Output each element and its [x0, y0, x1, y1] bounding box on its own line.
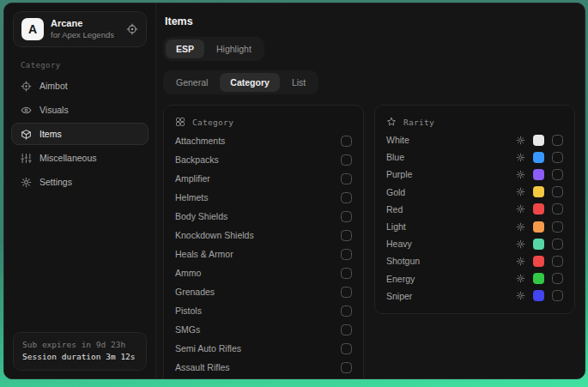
checkbox[interactable] — [552, 290, 563, 301]
toggle-highlight[interactable]: Highlight — [206, 39, 262, 58]
rarity-label: Light — [386, 221, 406, 232]
gear-icon[interactable] — [516, 274, 525, 283]
rarity-controls — [516, 290, 563, 301]
app-window: A Arcane for Apex Legends Category Aimbo… — [3, 3, 585, 379]
color-swatch[interactable] — [533, 256, 544, 267]
category-label: Ammo — [175, 268, 201, 278]
rarity-row: Heavy — [386, 235, 563, 252]
rarity-panel-title: Rarity — [403, 118, 434, 127]
checkbox[interactable] — [552, 135, 563, 146]
rarity-label: Energy — [386, 274, 415, 284]
checkbox[interactable] — [341, 343, 352, 354]
checkbox[interactable] — [341, 173, 352, 184]
category-row: Pistols — [175, 301, 352, 320]
session-card: Sub expires in 9d 23h Session duration 3… — [13, 332, 147, 371]
checkbox[interactable] — [552, 152, 563, 163]
checkbox[interactable] — [552, 186, 563, 197]
checkbox[interactable] — [341, 136, 352, 147]
checkbox[interactable] — [341, 230, 352, 241]
gear-icon[interactable] — [516, 257, 525, 266]
rarity-label: Sniper — [386, 291, 412, 301]
rarity-row: Blue — [386, 148, 563, 166]
tab-list[interactable]: List — [282, 73, 316, 92]
color-swatch[interactable] — [533, 152, 544, 163]
sidebar-item-label: Items — [39, 129, 62, 139]
rarity-label: White — [386, 135, 409, 145]
category-row: Ammo — [175, 263, 352, 282]
rarity-row: Gold — [386, 184, 563, 201]
tab-general[interactable]: General — [166, 73, 218, 92]
toggle-esp[interactable]: ESP — [166, 39, 204, 58]
checkbox[interactable] — [552, 239, 563, 250]
color-swatch[interactable] — [533, 169, 544, 180]
color-swatch[interactable] — [533, 221, 544, 233]
checkbox[interactable] — [552, 221, 563, 233]
category-label: Semi Auto Rifles — [175, 343, 241, 354]
color-swatch[interactable] — [533, 186, 544, 197]
sidebar-item-visuals[interactable]: Visuals — [11, 99, 149, 121]
category-row: Amplifier — [175, 169, 352, 188]
category-row: Helmets — [175, 188, 352, 207]
category-label: Knockdown Shields — [175, 230, 254, 240]
rarity-controls — [516, 169, 563, 180]
rarity-list: White Blue Purple Gold Red — [386, 131, 563, 305]
app-title-block: Arcane for Apex Legends — [51, 18, 114, 40]
crosshair-icon[interactable] — [126, 23, 138, 35]
gear-icon[interactable] — [516, 204, 525, 214]
checkbox[interactable] — [341, 305, 352, 317]
sidebar-item-items[interactable]: Items — [11, 123, 149, 145]
sidebar-item-aimbot[interactable]: Aimbot — [11, 75, 149, 97]
checkbox[interactable] — [552, 256, 563, 267]
checkbox[interactable] — [552, 203, 563, 215]
checkbox[interactable] — [341, 287, 352, 298]
color-swatch[interactable] — [533, 203, 544, 215]
checkbox[interactable] — [552, 169, 563, 180]
rarity-row: Light — [386, 218, 563, 235]
gear-icon[interactable] — [516, 170, 525, 179]
category-label: Backpacks — [175, 154, 219, 165]
gear-icon[interactable] — [516, 222, 525, 232]
crosshair-icon — [21, 81, 32, 92]
gear-icon[interactable] — [516, 136, 525, 145]
category-row: SMGs — [175, 320, 352, 339]
color-swatch[interactable] — [533, 239, 544, 250]
box-icon — [21, 129, 32, 140]
checkbox[interactable] — [341, 192, 352, 203]
checkbox[interactable] — [341, 362, 352, 373]
session-duration-text: Session duration 3m 12s — [22, 351, 137, 364]
sidebar-item-settings[interactable]: Settings — [11, 171, 149, 193]
sidebar: A Arcane for Apex Legends Category Aimbo… — [4, 3, 156, 378]
sidebar-item-miscellaneous[interactable]: Miscellaneous — [11, 147, 149, 169]
rarity-controls — [516, 186, 563, 197]
sliders-icon — [21, 153, 32, 164]
category-row: Body Shields — [175, 207, 352, 226]
rarity-row: Energy — [386, 270, 563, 287]
checkbox[interactable] — [341, 249, 352, 260]
category-label: Body Shields — [175, 211, 227, 221]
color-swatch[interactable] — [533, 273, 544, 284]
category-label: Assault Rifles — [175, 362, 230, 372]
gear-icon[interactable] — [516, 291, 525, 300]
checkbox[interactable] — [552, 273, 563, 284]
rarity-controls — [516, 273, 563, 284]
gear-icon[interactable] — [516, 187, 525, 197]
checkbox[interactable] — [341, 324, 352, 336]
checkbox[interactable] — [341, 268, 352, 279]
rarity-panel: Rarity White Blue Purple Gold — [374, 105, 575, 314]
tab-category[interactable]: Category — [220, 73, 280, 92]
app-header-card: A Arcane for Apex Legends — [13, 11, 147, 47]
sidebar-item-label: Settings — [39, 177, 72, 187]
color-swatch[interactable] — [533, 135, 544, 146]
app-subtitle: for Apex Legends — [51, 30, 114, 40]
category-row: Semi Auto Rifles — [175, 339, 352, 358]
category-panel-title: Category — [192, 118, 233, 127]
color-swatch[interactable] — [533, 290, 544, 301]
grid-icon — [175, 117, 185, 127]
gear-icon[interactable] — [516, 153, 525, 162]
rarity-label: Heavy — [386, 239, 412, 249]
gear-icon[interactable] — [516, 239, 525, 249]
checkbox[interactable] — [341, 211, 352, 222]
category-row: Knockdown Shields — [175, 226, 352, 245]
mode-toggle-group: ESPHighlight — [163, 37, 264, 61]
checkbox[interactable] — [341, 154, 352, 166]
